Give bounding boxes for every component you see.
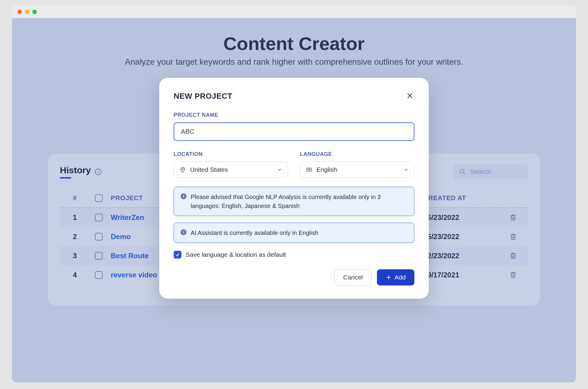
close-icon xyxy=(407,92,413,99)
info-icon[interactable]: i xyxy=(95,168,101,175)
cancel-button[interactable]: Cancel xyxy=(334,269,371,285)
search-input[interactable]: Search xyxy=(453,164,528,179)
row-index: 4 xyxy=(63,271,87,279)
row-created-at: 05/23/2022 xyxy=(423,233,501,241)
delete-button[interactable] xyxy=(501,252,525,260)
window-close-icon[interactable] xyxy=(17,10,22,14)
page-subtitle: Analyze your target keywords and rank hi… xyxy=(21,57,567,67)
new-project-modal: NEW PROJECT PROJECT NAME LOCATION United… xyxy=(159,78,429,299)
row-checkbox[interactable] xyxy=(87,271,111,279)
search-placeholder: Search xyxy=(470,168,491,176)
info-text: AI Assistant is currently available only… xyxy=(191,228,318,237)
row-checkbox[interactable] xyxy=(87,233,111,241)
row-created-at: 09/17/2021 xyxy=(423,271,501,279)
app-window: Content Creator Analyze your target keyw… xyxy=(12,5,576,382)
save-default-row[interactable]: Save language & location as default xyxy=(174,251,414,259)
delete-button[interactable] xyxy=(501,233,525,241)
window-maximize-icon[interactable] xyxy=(32,10,37,14)
language-select[interactable]: English xyxy=(300,162,414,178)
location-select[interactable]: United States xyxy=(174,162,288,178)
location-pin-icon xyxy=(179,166,186,173)
project-name-label: PROJECT NAME xyxy=(174,112,414,118)
history-title: History xyxy=(60,165,91,175)
col-index: # xyxy=(63,194,87,202)
row-checkbox[interactable] xyxy=(87,252,111,260)
trash-icon xyxy=(509,233,517,241)
page-title: Content Creator xyxy=(21,33,567,54)
row-index: 3 xyxy=(63,252,87,260)
delete-button[interactable] xyxy=(501,271,525,279)
row-created-at: 02/23/2022 xyxy=(423,252,501,260)
info-icon: i xyxy=(181,193,187,199)
trash-icon xyxy=(509,252,517,260)
info-banner-ai: i AI Assistant is currently available on… xyxy=(174,223,414,243)
page-body: Content Creator Analyze your target keyw… xyxy=(12,18,576,382)
history-underline xyxy=(60,177,71,179)
info-text: Please advised that Google NLP Analysis … xyxy=(191,192,407,210)
trash-icon xyxy=(509,214,517,221)
info-banner-nlp: i Please advised that Google NLP Analysi… xyxy=(174,187,414,216)
chevron-down-icon xyxy=(277,167,282,172)
plus-icon xyxy=(386,274,392,280)
language-icon xyxy=(306,166,312,173)
row-index: 1 xyxy=(63,213,87,222)
col-created-at: CREATED AT xyxy=(423,194,501,202)
row-index: 2 xyxy=(63,233,87,241)
row-created-at: 05/23/2022 xyxy=(423,213,501,222)
titlebar xyxy=(12,5,576,18)
close-button[interactable] xyxy=(405,90,414,102)
language-value: English xyxy=(316,166,337,173)
col-checkbox[interactable] xyxy=(87,194,111,202)
project-name-input[interactable] xyxy=(174,122,414,141)
chevron-down-icon xyxy=(403,167,409,172)
svg-point-0 xyxy=(460,169,464,173)
info-icon: i xyxy=(181,229,187,235)
window-minimize-icon[interactable] xyxy=(25,10,29,14)
save-default-label: Save language & location as default xyxy=(186,251,286,258)
add-button[interactable]: Add xyxy=(377,269,414,285)
location-label: LOCATION xyxy=(174,151,288,157)
modal-title: NEW PROJECT xyxy=(174,92,232,101)
delete-button[interactable] xyxy=(501,214,525,221)
trash-icon xyxy=(509,271,517,279)
row-checkbox[interactable] xyxy=(87,214,111,221)
language-label: LANGUAGE xyxy=(300,151,414,157)
search-icon xyxy=(459,168,466,175)
location-value: United States xyxy=(190,166,228,173)
check-icon xyxy=(175,252,180,257)
svg-line-1 xyxy=(463,173,465,174)
save-default-checkbox[interactable] xyxy=(174,251,181,259)
svg-point-4 xyxy=(182,168,184,170)
